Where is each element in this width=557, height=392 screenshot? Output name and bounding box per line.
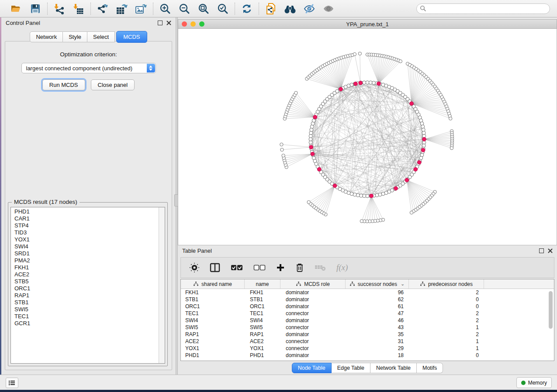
save-session-icon[interactable] [29,2,42,15]
table-scrollbar-thumb[interactable] [549,291,553,329]
cell-name: YOX1 [245,345,280,352]
search-icon [420,5,426,11]
dropdown-stepper-icon [147,64,155,72]
sort-chevron-icon: ⌄ [401,281,405,287]
delete-selection-icon[interactable] [295,263,304,272]
cell-succ: 29 [346,345,409,352]
column-label: predecessor nodes [428,281,473,287]
column-label: MCDS role [304,281,330,287]
mcds-result-item[interactable]: STB1 [11,299,159,306]
network-graph[interactable] [178,29,557,244]
import-network-icon[interactable] [53,2,66,15]
cell-shared: RAP1 [181,331,245,338]
panel-menu-button[interactable] [6,378,18,388]
mcds-list-scrollbar[interactable] [159,207,165,363]
run-mcds-button[interactable]: Run MCDS [42,79,85,90]
search-box [416,3,550,14]
cell-name: ORC1 [245,303,280,310]
select-all-icon[interactable] [231,264,243,271]
table-header: shared namenameMCDS rolesuccessor nodes⌄… [181,279,554,289]
zoom-selected-icon[interactable] [216,2,229,15]
cell-shared: YOX1 [181,345,245,352]
zoom-fit-icon[interactable] [197,2,210,15]
close-panel-icon[interactable] [166,21,171,25]
search-binoculars-icon[interactable] [284,2,297,15]
table-row[interactable]: SWI5SWI5connector431 [181,324,554,331]
tab-node-table[interactable]: Node Table [292,363,332,373]
mcds-result-item[interactable]: SWI4 [11,243,159,250]
mcds-result-item[interactable]: ACE2 [11,271,159,278]
cell-pred: 0 [409,303,484,310]
list-icon [9,380,15,385]
mcds-result-item[interactable]: GCR1 [11,320,159,327]
cell-pred: 2 [409,310,484,317]
mcds-result-item[interactable]: YOX1 [11,236,159,243]
table-row[interactable]: FKH1FKH1dominator962 [181,289,554,296]
cell-name: ACE2 [245,338,280,345]
network-window-title: YPA_prune.txt_1 [178,21,557,28]
network-window-titlebar: YPA_prune.txt_1 [178,19,557,29]
memory-button[interactable]: Memory [516,377,552,388]
close-panel-icon[interactable] [548,248,553,253]
mcds-result-item[interactable]: STP4 [11,222,159,229]
import-table-icon[interactable] [72,2,85,15]
tab-select[interactable]: Select [87,31,115,42]
mcds-result-item[interactable]: FKH1 [11,264,159,271]
float-panel-icon[interactable] [158,21,163,25]
table-row[interactable]: RAP1RAP1dominator352 [181,331,554,338]
tab-motifs[interactable]: Motifs [417,363,443,373]
mcds-result-item[interactable]: RAP1 [11,292,159,299]
table-row[interactable]: ACE2ACE2connector311 [181,338,554,345]
mcds-result-item[interactable]: PHD1 [11,208,159,215]
cell-succ: 96 [346,289,409,296]
export-image-icon[interactable] [135,2,148,15]
search-input[interactable] [416,3,550,14]
table-row[interactable]: STB1STB1dominator620 [181,296,554,303]
mcds-result-item[interactable]: PMA2 [11,257,159,264]
toggle-columns-icon[interactable] [210,263,220,272]
zoom-out-icon[interactable] [178,2,191,15]
column-header-shared[interactable]: shared name [181,279,245,289]
clone-network-icon[interactable] [264,2,277,15]
column-header-name[interactable]: name [245,279,280,289]
tab-mcds[interactable]: MCDS [116,31,147,43]
mcds-result-item[interactable]: TEC1 [11,313,159,320]
mcds-result-item[interactable]: CAR1 [11,215,159,222]
float-panel-icon[interactable] [539,248,544,253]
mcds-result-item[interactable]: ORC1 [11,285,159,292]
tab-network-table[interactable]: Network Table [370,363,417,373]
table-row[interactable]: ORC1ORC1dominator610 [181,303,554,310]
column-header-role[interactable]: MCDS role [280,279,346,289]
column-header-pred[interactable]: predecessor nodes [409,279,484,289]
refresh-layout-icon[interactable] [240,2,253,15]
cell-pred: 1 [409,345,484,352]
cell-succ: 31 [346,338,409,345]
open-file-icon[interactable] [10,2,23,15]
tab-network[interactable]: Network [30,31,63,42]
tab-edge-table[interactable]: Edge Table [332,363,370,373]
export-network-icon[interactable] [96,2,109,15]
deselect-all-icon[interactable] [253,264,266,271]
table-row[interactable]: YOX1YOX1connector291 [181,345,554,352]
table-panel-titlebar: Table Panel [178,245,557,256]
function-builder-icon: f(x) [336,263,348,272]
close-panel-button[interactable]: Close panel [91,79,135,90]
export-table-icon[interactable] [115,2,128,15]
add-column-icon[interactable] [276,263,285,272]
tab-style[interactable]: Style [63,31,87,42]
settings-gear-icon[interactable] [190,263,199,272]
mcds-result-item[interactable]: TID3 [11,229,159,236]
column-header-succ[interactable]: successor nodes⌄ [346,279,409,289]
hide-selection-icon[interactable] [303,2,316,15]
table-row[interactable]: TEC1TEC1connector472 [181,310,554,317]
network-view-window: YPA_prune.txt_1 [178,19,557,245]
mcds-result-item[interactable]: SRD1 [11,250,159,257]
criterion-dropdown[interactable]: largest connected component (undirected) [21,63,156,73]
table-row[interactable]: PHD1PHD1dominator180 [181,352,554,359]
show-all-icon[interactable] [322,2,335,15]
mcds-result-item[interactable]: STB5 [11,278,159,285]
zoom-in-icon[interactable] [159,2,172,15]
table-row[interactable]: SWI4SWI4dominator462 [181,317,554,324]
mcds-result-item[interactable]: SWI5 [11,306,159,313]
network-canvas[interactable] [178,29,557,245]
